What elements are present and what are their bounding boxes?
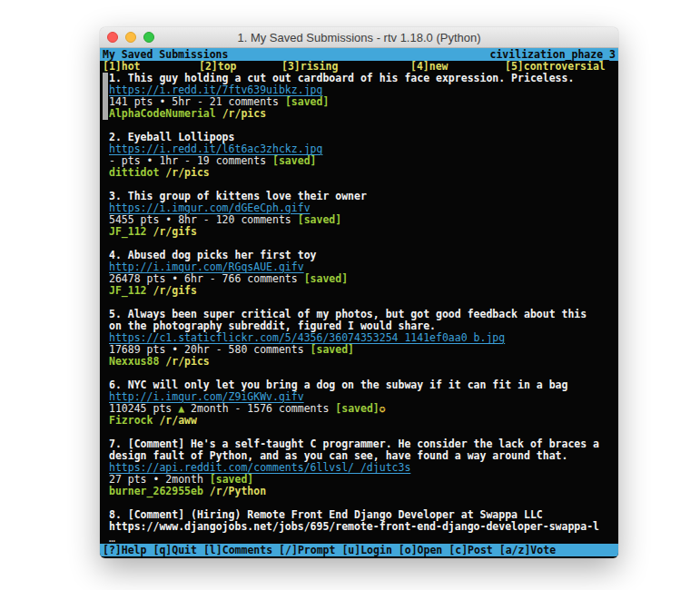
subreddit-name: /r/pics [165,355,209,368]
saved-badge: [saved] [210,473,253,486]
shortcut-ulogin[interactable]: [u]Login [341,544,391,556]
author-name: JF_112 [109,284,147,297]
gilded-icon: ✪ [380,402,386,415]
shortcut-lcomments[interactable]: [l]Comments [203,544,272,556]
saved-badge: [saved] [311,343,354,356]
submission-row[interactable]: 7. [Comment] He's a self-taught C progra… [103,438,616,497]
status-bar: My Saved Submissions civilization_phaze_… [100,48,618,61]
terminal-window: 1. My Saved Submissions - rtv 1.18.0 (Py… [100,27,618,558]
subreddit-name: /r/gifs [153,284,196,297]
stats-text: 27 pts • 2month [109,473,210,486]
submission-byline: Nexxus88 /r/pics [109,356,616,368]
close-button-icon[interactable] [107,32,118,43]
author-name: JF_112 [109,225,147,238]
logged-in-username: civilization_phaze_3 [490,48,616,61]
author-name: AlphaCodeNumerial [109,107,216,120]
stats-text: 110245 pts [109,402,178,415]
submission-row[interactable]: 5. Always been super critical of my phot… [103,309,616,368]
author-name: dittidot [109,166,159,179]
saved-badge: [saved] [335,402,379,415]
tab-top[interactable]: [2]top [199,61,237,73]
minimize-button-icon[interactable] [125,32,136,43]
shortcut-list: [?]Help[q]Quit[l]Comments[/]Prompt[u]Log… [103,544,562,556]
tab-controversial[interactable]: [5]controversial [505,61,606,73]
stats-text: 5455 pts • 8hr - 120 comments [109,213,298,226]
submission-row[interactable]: 8. [Comment] (Hiring) Remote Front End D… [103,509,616,544]
submission-byline: Fizrock /r/aww [109,415,616,427]
submission-byline: burner_262955eb /r/Python [109,486,616,497]
submission-byline: JF_112 /r/gifs [109,285,616,297]
window-titlebar[interactable]: 1. My Saved Submissions - rtv 1.18.0 (Py… [100,27,618,48]
submission-url[interactable]: https://www.djangojobs.net/jobs/695/remo… [109,521,616,533]
subreddit-name: /r/Python [210,485,266,497]
tab-rising[interactable]: [3]rising [281,61,338,73]
submission-row[interactable]: 1. This guy holding a cut out cardboard … [103,73,616,120]
submission-byline: AlphaCodeNumerial /r/pics [109,108,616,120]
saved-badge: [saved] [298,213,341,226]
page-title: My Saved Submissions [103,48,228,61]
submission-list: 1. This guy holding a cut out cardboard … [100,73,618,544]
submission-byline: dittidot /r/pics [109,167,616,179]
shortcut-qquit[interactable]: [q]Quit [153,544,196,556]
subreddit-name: /r/pics [222,107,266,120]
shortcut-cpost[interactable]: [c]Post [449,544,492,556]
footer-help-bar: [?]Help[q]Quit[l]Comments[/]Prompt[u]Log… [100,544,618,556]
window-title: 1. My Saved Submissions - rtv 1.18.0 (Py… [237,31,480,44]
stats-text: 17689 pts • 20hr - 580 comments [109,343,311,356]
submission-row[interactable]: 3. This group of kittens love their owne… [103,191,616,238]
stats-text: - pts • 1hr - 19 comments [109,154,272,167]
saved-badge: [saved] [304,272,348,285]
saved-badge: [saved] [272,154,316,167]
shortcut-prompt[interactable]: [/]Prompt [279,544,335,556]
terminal-screen: My Saved Submissions civilization_phaze_… [100,48,618,558]
truncation-ellipsis: … [109,533,616,544]
submission-byline: JF_112 /r/gifs [109,226,616,238]
submission-row[interactable]: 4. Abused dog picks her first toyhttp://… [103,250,616,297]
subreddit-name: /r/gifs [153,225,196,238]
tab-hot[interactable]: [1]hot [103,61,141,73]
subreddit-name: /r/aww [159,414,197,427]
shortcut-help[interactable]: [?]Help [103,544,146,556]
stats-text: 2month - 1576 comments [184,402,335,415]
stats-text: 26478 pts • 6hr - 766 comments [109,272,304,285]
tab-new[interactable]: [4]new [410,61,449,73]
zoom-button-icon[interactable] [143,32,154,43]
author-name: Nexxus88 [109,355,159,368]
shortcut-oopen[interactable]: [o]Open [399,544,442,556]
saved-badge: [saved] [285,95,329,108]
submission-row[interactable]: 6. NYC will only let you bring a dog on … [103,379,616,427]
subreddit-name: /r/pics [165,166,209,179]
submission-row[interactable]: 2. Eyeball Lollipopshttps://i.redd.it/l6… [103,132,616,179]
tab-bar: [1]hot[2]top[3]rising[4]new[5]controvers… [100,61,618,73]
author-name: burner_262955eb [109,485,203,497]
author-name: Fizrock [109,414,153,427]
shortcut-azvote[interactable]: [a/z]Vote [499,544,556,556]
stats-text: 141 pts • 5hr - 21 comments [109,95,285,108]
